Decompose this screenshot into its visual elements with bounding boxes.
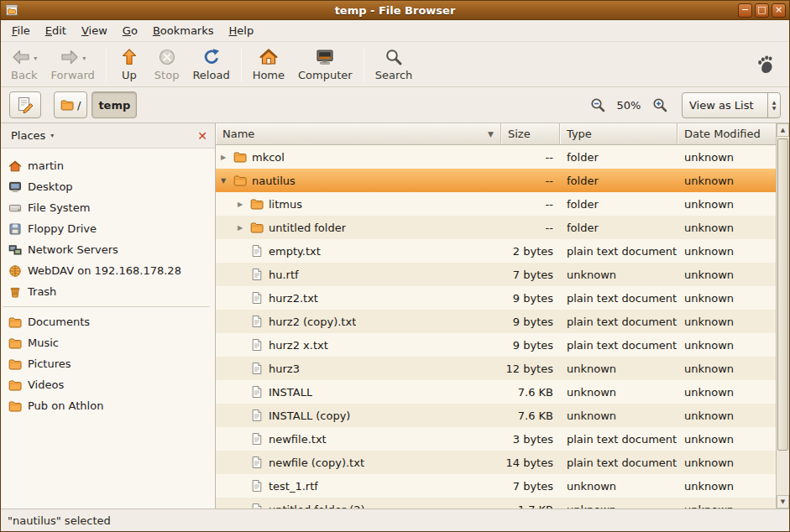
menu-view[interactable]: View [74, 22, 115, 39]
file-date-cell: unknown [678, 169, 776, 192]
toolbar-up-button[interactable]: Up [111, 44, 148, 85]
titlebar[interactable]: temp - File Browser − □ × [1, 1, 789, 20]
sidebar-item-network-servers[interactable]: Network Servers [1, 239, 215, 260]
sidebar-item-martin[interactable]: martin [1, 155, 215, 176]
file-row[interactable]: hu.rtf7 bytesunknownunknown [216, 263, 776, 286]
file-size-cell: 14 bytes [501, 451, 560, 474]
file-row[interactable]: ▶litmus--folderunknown [216, 192, 776, 216]
expander-collapsed-icon[interactable]: ▶ [236, 201, 250, 208]
sidebar-item-webdav-on-192-168-178-28[interactable]: WebDAV on 192.168.178.28 [1, 260, 215, 281]
expander-expanded-icon[interactable]: ▼ [219, 177, 233, 185]
column-header-name[interactable]: Name ▼ [216, 123, 501, 144]
toolbar-icon-wrap [259, 47, 279, 69]
folder-icon [250, 221, 264, 234]
file-row[interactable]: INSTALL (copy)7.6 KBunknownunknown [216, 404, 776, 427]
file-type-cell: plain text document [560, 286, 678, 310]
menu-go[interactable]: Go [115, 22, 145, 39]
path-root-button[interactable]: / [54, 91, 87, 118]
file-name-cell: ▶mkcol [216, 145, 501, 169]
file-row[interactable]: empty.txt2 bytesplain text documentunkno… [216, 239, 776, 263]
edit-location-icon [16, 96, 34, 114]
file-row[interactable]: ▼nautilus--folderunknown [216, 169, 776, 192]
maximize-button[interactable]: □ [755, 3, 769, 18]
zoom-in-button[interactable] [649, 94, 671, 116]
toolbar-back-dropdown-arrow: ▾ [34, 55, 37, 62]
sidebar-item-documents[interactable]: Documents [1, 311, 215, 332]
sidebar-item-pictures[interactable]: Pictures [1, 353, 215, 374]
column-header-size[interactable]: Size [501, 123, 560, 144]
webdav-icon [8, 264, 22, 278]
scroll-down-button[interactable]: ▼ [777, 495, 789, 509]
sidebar-item-label: WebDAV on 192.168.178.28 [28, 264, 181, 277]
toolbar-search-button[interactable]: Search [369, 44, 420, 85]
file-date-cell: unknown [678, 310, 776, 333]
sidebar-item-label: Videos [28, 378, 64, 391]
scrollbar-track[interactable] [777, 137, 789, 495]
file-row[interactable]: test_1.rtf7 bytesunknownunknown [216, 474, 776, 498]
sidebar-item-label: Floppy Drive [28, 222, 97, 235]
text-file-icon [250, 362, 264, 375]
minimize-button[interactable]: − [738, 3, 752, 18]
file-row[interactable]: hurz2 (copy).txt9 bytesplain text docume… [216, 310, 776, 333]
sidebar-item-videos[interactable]: Videos [1, 374, 215, 395]
sidebar-close-button[interactable]: ✕ [195, 129, 210, 143]
places-selector-button[interactable]: Places ▾ [6, 128, 59, 143]
expander-collapsed-icon[interactable]: ▶ [219, 154, 233, 161]
file-row[interactable]: INSTALL7.6 KBunknownunknown [216, 380, 776, 404]
folder-icon [8, 357, 22, 371]
file-name-label: litmus [269, 198, 302, 211]
file-name-cell: hurz2 (copy).txt [216, 310, 501, 333]
menu-edit[interactable]: Edit [38, 22, 74, 39]
zoom-level: 50% [615, 99, 643, 112]
up-icon [119, 47, 139, 70]
column-header-type[interactable]: Type [560, 123, 678, 144]
sidebar-item-desktop[interactable]: Desktop [1, 176, 215, 197]
toolbar-computer-button[interactable]: Computer [291, 44, 359, 85]
file-name-label: INSTALL [269, 386, 312, 399]
close-button[interactable]: × [772, 3, 786, 18]
view-mode-spinner[interactable]: ▲ ▼ [767, 93, 780, 117]
folder-icon [8, 316, 22, 329]
chevron-down-icon: ▾ [50, 132, 54, 139]
places-header: Places ▾ ✕ [1, 123, 215, 149]
file-name-label: newfile.txt [269, 433, 327, 446]
menu-help[interactable]: Help [222, 22, 262, 39]
file-row[interactable]: newfile.txt3 bytesplain text documentunk… [216, 427, 776, 451]
sidebar-item-floppy-drive[interactable]: Floppy Drive [1, 218, 215, 239]
file-row[interactable]: untitled folder (2)1.7 KBunknownunknown [216, 498, 776, 509]
sidebar-item-pub-on-athlon[interactable]: Pub on Athlon [1, 395, 215, 416]
sidebar-item-file-system[interactable]: File System [1, 197, 215, 218]
vertical-scrollbar[interactable]: ▲ ▼ [776, 123, 789, 509]
file-size-cell: 9 bytes [501, 310, 560, 333]
toolbar-home-button[interactable]: Home [246, 44, 291, 85]
sidebar-item-music[interactable]: Music [1, 332, 215, 353]
view-mode-select[interactable]: View as List ▲ ▼ [682, 92, 781, 118]
view-mode-label: View as List [683, 99, 767, 112]
file-row[interactable]: hurz2 x.txt9 bytesplain text documentunk… [216, 333, 776, 357]
edit-location-button[interactable] [9, 91, 41, 118]
file-size-cell: -- [501, 169, 560, 192]
column-header-date-modified[interactable]: Date Modified [678, 123, 776, 144]
file-size-cell: 9 bytes [501, 286, 560, 310]
file-size-cell: -- [501, 145, 560, 169]
file-row[interactable]: ▶mkcol--folderunknown [216, 145, 776, 169]
file-row[interactable]: ▶untitled folder--folderunknown [216, 216, 776, 239]
path-current-button[interactable]: temp [92, 91, 137, 118]
toolbar-reload-button[interactable]: Reload [186, 44, 236, 85]
file-date-cell: unknown [678, 286, 776, 310]
file-row[interactable]: hurz2.txt9 bytesplain text documentunkno… [216, 286, 776, 310]
menu-bookmarks[interactable]: Bookmarks [145, 22, 222, 39]
expander-collapsed-icon[interactable]: ▶ [236, 224, 250, 232]
file-row[interactable]: newfile (copy).txt14 bytesplain text doc… [216, 451, 776, 474]
sidebar-item-trash[interactable]: Trash [1, 281, 215, 302]
zoom-out-button[interactable] [587, 94, 609, 116]
menu-file[interactable]: File [4, 22, 38, 39]
scroll-up-button[interactable]: ▲ [777, 123, 789, 137]
file-rows: ▶mkcol--folderunknown▼nautilus--folderun… [216, 145, 776, 509]
file-row[interactable]: hurz312 bytesunknownunknown [216, 357, 776, 380]
places-sidebar: Places ▾ ✕ martinDesktopFile SystemFlopp… [1, 123, 216, 509]
filesystem-icon [8, 201, 22, 215]
floppy-icon [8, 222, 22, 236]
scrollbar-thumb[interactable] [777, 138, 788, 451]
stop-icon [157, 47, 177, 70]
